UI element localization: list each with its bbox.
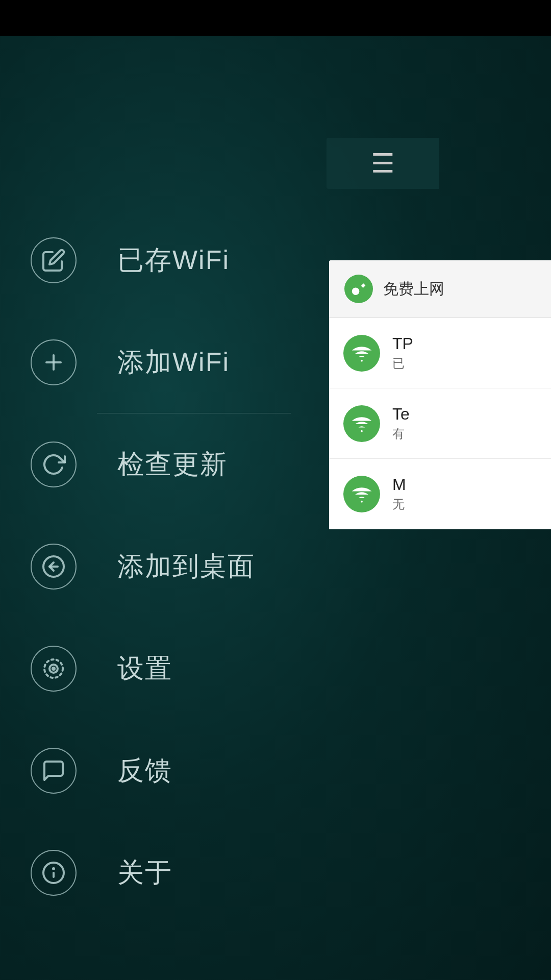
settings-icon-wrap — [31, 646, 77, 692]
wifi-panel-header: 免费上网 — [329, 260, 551, 318]
check-update-icon-wrap — [31, 442, 77, 487]
settings-label: 设置 — [117, 651, 172, 687]
wifi-list-item-m[interactable]: M 无 — [329, 459, 551, 529]
wifi-item-status-m: 无 — [392, 496, 537, 512]
key-icon — [350, 281, 367, 297]
menu-item-add-desktop[interactable]: 添加到桌面 — [31, 516, 255, 618]
svg-point-12 — [361, 430, 363, 432]
info-icon — [41, 861, 66, 885]
menu-item-feedback[interactable]: 反馈 — [31, 720, 255, 822]
menu-header-button[interactable]: ☰ — [327, 138, 439, 189]
check-update-label: 检查更新 — [117, 447, 228, 482]
wifi-icon — [350, 342, 373, 364]
wifi-item-name-m: M — [392, 475, 537, 494]
plus-icon — [41, 350, 66, 375]
menu-item-add-wifi[interactable]: 添加WiFi — [31, 311, 255, 413]
menu-list: 已存WiFi 添加WiFi 检查更新 — [31, 209, 255, 924]
wifi-item-name-te: Te — [392, 405, 537, 424]
edit-icon — [41, 248, 66, 273]
wifi-item-status-tp: 已 — [392, 355, 537, 372]
about-label: 关于 — [117, 855, 172, 891]
wifi-item-name-tp: TP — [392, 334, 537, 353]
menu-item-settings[interactable]: 设置 — [31, 618, 255, 720]
wifi-list-item-tp[interactable]: TP 已 — [329, 318, 551, 388]
add-desktop-label: 添加到桌面 — [117, 549, 255, 584]
feedback-icon-wrap — [31, 748, 77, 794]
status-bar — [0, 0, 551, 36]
hamburger-icon: ☰ — [371, 150, 395, 177]
feedback-icon — [41, 758, 66, 783]
svg-point-10 — [355, 291, 357, 293]
wifi-signal-icon-te — [343, 405, 380, 442]
wifi-signal-icon-tp — [343, 335, 380, 372]
wifi-key-icon — [344, 275, 373, 303]
svg-point-13 — [361, 500, 363, 502]
wifi-icon-2 — [350, 412, 373, 435]
menu-item-saved-wifi[interactable]: 已存WiFi — [31, 209, 255, 311]
svg-point-11 — [361, 359, 363, 361]
about-icon-wrap — [31, 850, 77, 896]
wifi-item-info-tp: TP 已 — [392, 334, 537, 372]
wifi-item-status-te: 有 — [392, 426, 537, 442]
menu-item-check-update[interactable]: 检查更新 — [31, 413, 255, 516]
saved-wifi-label: 已存WiFi — [117, 242, 230, 278]
refresh-icon — [41, 452, 66, 477]
wifi-panel-title: 免费上网 — [383, 279, 444, 300]
add-wifi-label: 添加WiFi — [117, 345, 230, 380]
wifi-item-info-m: M 无 — [392, 475, 537, 512]
wifi-signal-icon-m — [343, 476, 380, 512]
add-desktop-icon — [41, 554, 66, 579]
wifi-icon-3 — [350, 483, 373, 505]
settings-icon — [41, 656, 66, 681]
add-wifi-icon-wrap — [31, 339, 77, 385]
svg-point-4 — [53, 668, 55, 670]
saved-wifi-icon-wrap — [31, 237, 77, 283]
wifi-list-item-te[interactable]: Te 有 — [329, 388, 551, 459]
feedback-label: 反馈 — [117, 753, 172, 789]
add-desktop-icon-wrap — [31, 544, 77, 590]
wifi-item-info-te: Te 有 — [392, 405, 537, 442]
wifi-panel: 免费上网 TP 已 Te 有 — [329, 260, 551, 529]
menu-item-about[interactable]: 关于 — [31, 822, 255, 924]
